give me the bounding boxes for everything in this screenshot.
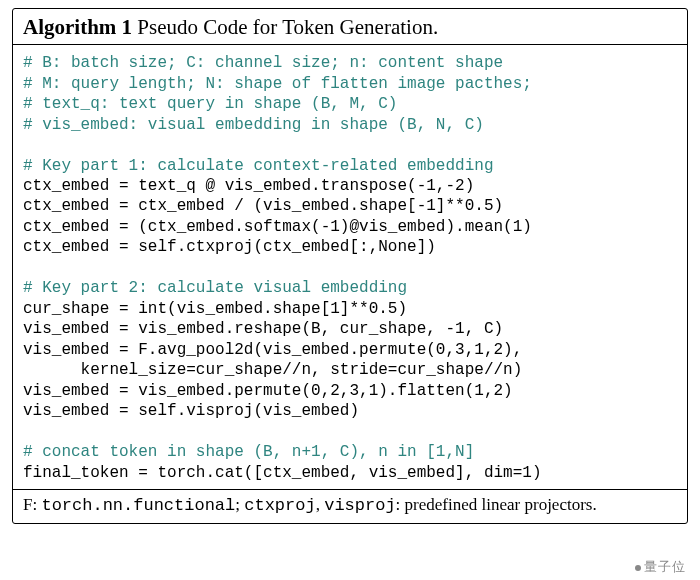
footer-sep: ; xyxy=(235,495,244,514)
comment-concat: # concat token in shape (B, n+1, C), n i… xyxy=(23,443,474,461)
comment-line: # text_q: text query in shape (B, M, C) xyxy=(23,95,397,113)
algorithm-title: Pseudo Code for Token Generation. xyxy=(137,15,438,39)
comment-line: # M: query length; N: shape of flatten i… xyxy=(23,75,532,93)
pseudocode: # B: batch size; C: channel size; n: con… xyxy=(23,53,677,483)
code-line: ctx_embed = text_q @ vis_embed.transpose… xyxy=(23,177,474,195)
code-line: vis_embed = F.avg_pool2d(vis_embed.permu… xyxy=(23,341,522,359)
algorithm-box: Algorithm 1 Pseudo Code for Token Genera… xyxy=(12,8,688,524)
algorithm-header: Algorithm 1 Pseudo Code for Token Genera… xyxy=(13,9,687,45)
footer-proj2: visproj xyxy=(324,496,395,515)
code-line: ctx_embed = ctx_embed / (vis_embed.shape… xyxy=(23,197,503,215)
code-line: cur_shape = int(vis_embed.shape[1]**0.5) xyxy=(23,300,407,318)
footer-comma: , xyxy=(316,495,325,514)
code-line: vis_embed = vis_embed.permute(0,2,3,1).f… xyxy=(23,382,513,400)
algorithm-footer: F: torch.nn.functional; ctxproj, visproj… xyxy=(13,490,687,523)
code-line: final_token = torch.cat([ctx_embed, vis_… xyxy=(23,464,541,482)
algorithm-label: Algorithm 1 xyxy=(23,15,132,39)
footer-colon: : xyxy=(396,495,405,514)
code-line: vis_embed = vis_embed.reshape(B, cur_sha… xyxy=(23,320,503,338)
code-line: kernel_size=cur_shape//n, stride=cur_sha… xyxy=(23,361,522,379)
comment-line: # vis_embed: visual embedding in shape (… xyxy=(23,116,484,134)
comment-key1: # Key part 1: calculate context-related … xyxy=(23,157,493,175)
watermark-dot-icon xyxy=(635,565,641,571)
footer-f-label: F: xyxy=(23,495,37,514)
footer-f-val: torch.nn.functional xyxy=(41,496,235,515)
comment-key2: # Key part 2: calculate visual embedding xyxy=(23,279,407,297)
code-line: ctx_embed = self.ctxproj(ctx_embed[:,Non… xyxy=(23,238,436,256)
footer-proj1: ctxproj xyxy=(244,496,315,515)
watermark-text: 量子位 xyxy=(644,559,686,574)
code-line: vis_embed = self.visproj(vis_embed) xyxy=(23,402,359,420)
watermark: 量子位 xyxy=(635,558,686,576)
algorithm-body: # B: batch size; C: channel size; n: con… xyxy=(13,45,687,490)
footer-tail: predefined linear projectors. xyxy=(405,495,597,514)
comment-line: # B: batch size; C: channel size; n: con… xyxy=(23,54,503,72)
code-line: ctx_embed = (ctx_embed.softmax(-1)@vis_e… xyxy=(23,218,532,236)
